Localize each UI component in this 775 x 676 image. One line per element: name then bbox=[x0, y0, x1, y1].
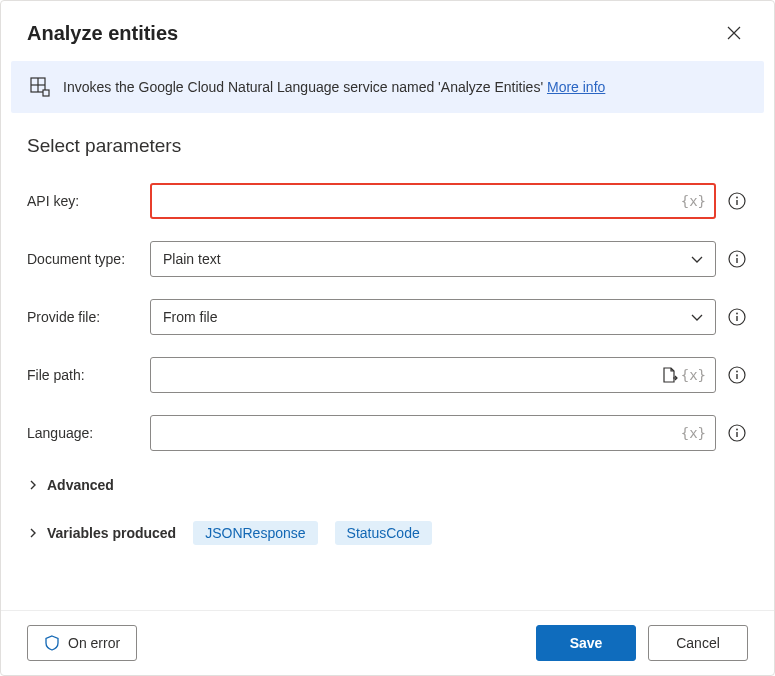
more-info-link[interactable]: More info bbox=[547, 79, 605, 95]
api-key-input[interactable] bbox=[150, 183, 716, 219]
dialog: Analyze entities Invokes the Google Clou… bbox=[0, 0, 775, 676]
cancel-button[interactable]: Cancel bbox=[648, 625, 748, 661]
document-type-select[interactable] bbox=[150, 241, 716, 277]
dialog-content: Select parameters API key: {x} Document … bbox=[1, 113, 774, 610]
info-icon bbox=[728, 308, 746, 326]
info-icon bbox=[728, 250, 746, 268]
language-label: Language: bbox=[27, 425, 150, 441]
chevron-right-icon bbox=[27, 527, 39, 539]
document-type-row: Document type: bbox=[27, 241, 748, 277]
cancel-label: Cancel bbox=[676, 635, 720, 651]
banner-text: Invokes the Google Cloud Natural Languag… bbox=[63, 79, 605, 95]
save-label: Save bbox=[570, 635, 603, 651]
file-icon bbox=[660, 366, 678, 384]
api-key-info-button[interactable] bbox=[726, 190, 748, 212]
info-icon bbox=[728, 366, 746, 384]
variables-produced-expander[interactable]: Variables produced JSONResponse StatusCo… bbox=[27, 517, 748, 549]
variable-chip-json-response[interactable]: JSONResponse bbox=[193, 521, 317, 545]
language-row: Language: {x} bbox=[27, 415, 748, 451]
dialog-footer: On error Save Cancel bbox=[1, 610, 774, 675]
file-path-label: File path: bbox=[27, 367, 150, 383]
language-input[interactable] bbox=[150, 415, 716, 451]
api-key-label: API key: bbox=[27, 193, 150, 209]
info-icon bbox=[728, 192, 746, 210]
section-title: Select parameters bbox=[27, 135, 748, 157]
shield-icon bbox=[44, 635, 60, 651]
provide-file-label: Provide file: bbox=[27, 309, 150, 325]
file-path-row: File path: {x} bbox=[27, 357, 748, 393]
chevron-right-icon bbox=[27, 479, 39, 491]
svg-point-8 bbox=[736, 255, 738, 257]
provide-file-info-button[interactable] bbox=[726, 306, 748, 328]
action-icon bbox=[29, 76, 51, 98]
close-icon bbox=[726, 25, 742, 41]
close-button[interactable] bbox=[720, 19, 748, 47]
file-path-info-button[interactable] bbox=[726, 364, 748, 386]
info-icon bbox=[728, 424, 746, 442]
document-type-label: Document type: bbox=[27, 251, 150, 267]
svg-rect-3 bbox=[43, 90, 49, 96]
advanced-expander[interactable]: Advanced bbox=[27, 473, 748, 497]
svg-point-5 bbox=[736, 197, 738, 199]
browse-file-button[interactable] bbox=[660, 366, 678, 384]
svg-point-11 bbox=[736, 313, 738, 315]
file-path-input[interactable] bbox=[150, 357, 716, 393]
dialog-header: Analyze entities bbox=[1, 1, 774, 61]
on-error-label: On error bbox=[68, 635, 120, 651]
svg-point-17 bbox=[736, 429, 738, 431]
api-key-row: API key: {x} bbox=[27, 183, 748, 219]
language-info-button[interactable] bbox=[726, 422, 748, 444]
document-type-info-button[interactable] bbox=[726, 248, 748, 270]
provide-file-select[interactable] bbox=[150, 299, 716, 335]
banner-description: Invokes the Google Cloud Natural Languag… bbox=[63, 79, 543, 95]
variable-chip-status-code[interactable]: StatusCode bbox=[335, 521, 432, 545]
save-button[interactable]: Save bbox=[536, 625, 636, 661]
info-banner: Invokes the Google Cloud Natural Languag… bbox=[11, 61, 764, 113]
on-error-button[interactable]: On error bbox=[27, 625, 137, 661]
advanced-label: Advanced bbox=[47, 477, 114, 493]
variables-produced-label: Variables produced bbox=[47, 525, 176, 541]
svg-point-14 bbox=[736, 371, 738, 373]
provide-file-row: Provide file: bbox=[27, 299, 748, 335]
dialog-title: Analyze entities bbox=[27, 22, 178, 45]
